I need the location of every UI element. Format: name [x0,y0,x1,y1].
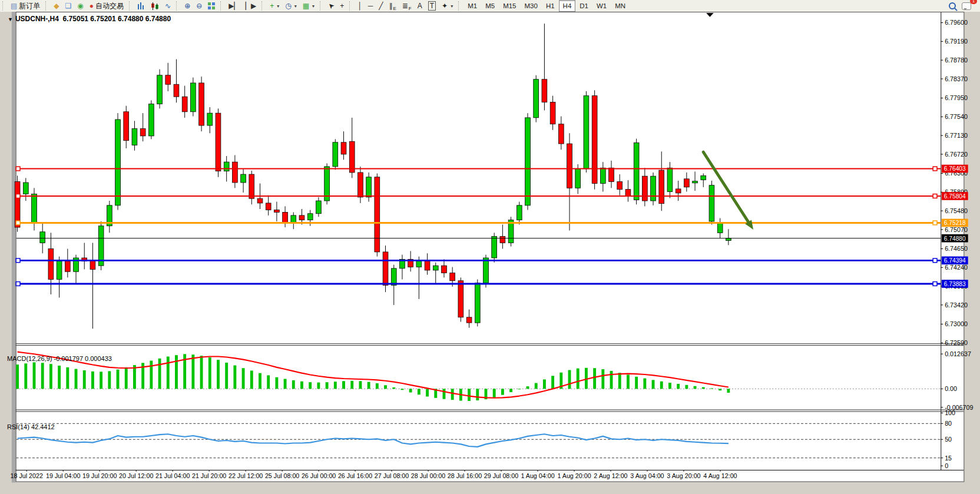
text-label-button[interactable]: T [425,0,439,12]
timeframe-d1-button[interactable]: D1 [575,0,592,12]
toolbar-separator [349,1,353,11]
timeframe-m5-button[interactable]: M5 [481,0,499,12]
candle-body [199,83,204,125]
macd-bar [710,388,713,389]
price-tick-label: 6.79190 [945,38,968,45]
candle-body [693,181,698,183]
macd-bar [191,354,194,389]
line-chart-icon: ∿ [165,2,171,10]
line-chart-button[interactable]: ∿ [162,0,174,12]
macd-bar [167,357,170,389]
profiles-button[interactable]: ❏ [62,0,75,12]
time-tick-label: 25 Jul 08:00 [265,472,299,479]
chart-shift-button[interactable]: ▏▶ [243,0,259,12]
auto-trading-button[interactable]: ●自动交易 [87,0,127,12]
collapse-icon[interactable]: ▼ [8,16,13,22]
line-handle[interactable] [933,258,937,263]
candle-body [307,214,313,220]
new-chart-button[interactable]: ◆ [51,0,62,12]
timeframe-h4-button[interactable]: H4 [559,0,576,12]
notifications-button[interactable]: 1 [959,0,974,12]
macd-bar [610,371,613,389]
candle-body [517,205,522,220]
macd-bar [83,370,86,389]
line-handle[interactable] [933,194,937,198]
timeframe-m1-button[interactable]: M1 [463,0,481,12]
chart-diamond-icon: ◆ [54,2,59,10]
line-handle[interactable] [16,194,20,198]
candle-body [425,261,430,270]
candle-body [642,176,647,201]
timeframe-m30-button[interactable]: M30 [521,0,542,12]
time-tick-label: 19 Jul 20:00 [82,472,117,479]
line-handle[interactable] [16,167,20,171]
candle-body [241,174,246,183]
candle-body [667,168,673,191]
macd-bar [41,363,44,389]
candle-body [32,194,37,223]
line-handle[interactable] [933,167,937,171]
line-handle[interactable] [16,282,20,286]
text-button[interactable]: A [415,0,425,12]
arrows-button[interactable]: ✦▾ [439,0,456,12]
candlestick-chart-button[interactable] [148,0,162,12]
line-handle[interactable] [16,221,20,225]
timeframe-mn-button[interactable]: MN [611,0,630,12]
candle-body [90,260,95,270]
zoom-out-button[interactable]: ⊖ [193,0,205,12]
macd-bar [125,367,128,389]
macd-bar [400,389,403,390]
price-tick-label: 6.72590 [945,339,968,346]
templates-button[interactable]: ▦▾ [300,0,317,12]
fibonacci-icon-sub: F [409,6,412,11]
new-order-icon: ▤ [11,2,17,10]
price-tag-label: 6.74880 [944,236,966,242]
timeframe-m15-button[interactable]: M15 [499,0,520,12]
macd-bar [551,376,554,389]
bar-chart-button[interactable] [134,0,148,12]
macd-bar [225,363,228,389]
candle-body [132,128,137,145]
candle-body [299,215,304,220]
candle-body [676,189,681,193]
periods-button[interactable]: ◷▾ [282,0,300,12]
line-handle[interactable] [16,258,20,263]
line-handle[interactable] [933,221,937,225]
search-icon [949,2,956,9]
chart-shift-icon: ▏▶ [246,2,256,10]
zoom-in-button[interactable]: ⊕ [181,0,193,12]
macd-bar [660,382,663,389]
new-order-button[interactable]: ▤新订单 [8,0,43,12]
candle-body [124,112,129,141]
candle-body [525,118,531,205]
symbol-period-label: USDCNH-,H4 [15,15,59,23]
search-button[interactable] [946,0,959,12]
broadcast-icon: ◉ [77,2,83,10]
trendline-icon: ╱ [379,2,383,10]
candle-body [466,317,472,323]
timeframe-h1-button[interactable]: H1 [542,0,559,12]
candlestick-icon [151,2,159,10]
fibonacci-button[interactable]: ≣F [399,0,415,12]
macd-bar [200,356,203,389]
tile-windows-button[interactable] [205,0,218,12]
macd-bar [309,382,312,389]
candle-body [174,84,179,97]
toolbar-separator [45,1,49,11]
line-handle[interactable] [933,282,937,286]
trendline-button[interactable]: ╱ [376,0,386,12]
auto-scroll-button[interactable]: ▶▏ [226,0,242,12]
macd-bar [601,369,604,389]
candle-body [575,169,581,188]
signals-button[interactable]: ◉ [74,0,86,12]
channel-button[interactable]: ∥E [386,0,399,12]
vertical-line-button[interactable]: │ [355,0,365,12]
macd-bar [133,365,136,389]
horizontal-line-icon: ─ [368,2,373,10]
price-tag-label: 6.75804 [944,193,966,200]
crosshair-button[interactable]: + [337,0,347,12]
cursor-button[interactable]: ➤ [325,0,337,12]
timeframe-w1-button[interactable]: W1 [592,0,611,12]
horizontal-line-button[interactable]: ─ [365,0,376,12]
indicators-button[interactable]: +▾ [267,0,282,12]
